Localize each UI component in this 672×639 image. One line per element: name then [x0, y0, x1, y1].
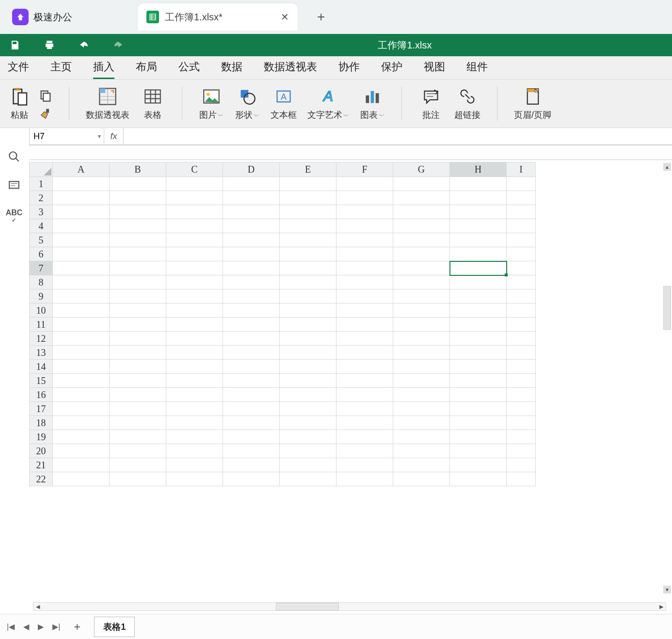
cell-E16[interactable]: [280, 388, 336, 402]
cell-E17[interactable]: [280, 402, 336, 416]
cell-I8[interactable]: [507, 275, 536, 289]
cell-I16[interactable]: [507, 388, 536, 402]
cell-G14[interactable]: [393, 360, 450, 374]
cell-C12[interactable]: [166, 332, 223, 346]
cell-G22[interactable]: [393, 472, 450, 486]
cell-G3[interactable]: [393, 205, 450, 219]
cell-I18[interactable]: [507, 416, 536, 430]
row-header-5[interactable]: 5: [30, 233, 53, 247]
row-header-10[interactable]: 10: [30, 304, 53, 318]
menu-数据[interactable]: 数据: [221, 60, 242, 79]
cell-G12[interactable]: [393, 332, 450, 346]
cell-A13[interactable]: [53, 346, 110, 360]
cell-I4[interactable]: [507, 219, 536, 233]
cell-I3[interactable]: [507, 205, 536, 219]
cell-H1[interactable]: [450, 177, 507, 191]
cell-G7[interactable]: [393, 261, 450, 275]
cell-B19[interactable]: [110, 430, 166, 444]
spreadsheet-grid[interactable]: ABCDEFGHI1234567891011121314151617181920…: [29, 162, 667, 603]
cell-D1[interactable]: [223, 177, 280, 191]
cell-G4[interactable]: [393, 219, 450, 233]
cell-G17[interactable]: [393, 402, 450, 416]
image-button[interactable]: 图片﹀: [199, 87, 224, 121]
textbox-button[interactable]: A 文本框: [271, 87, 297, 121]
cell-D5[interactable]: [223, 233, 280, 247]
cell-B6[interactable]: [110, 247, 166, 261]
cell-C15[interactable]: [166, 374, 223, 388]
cell-D10[interactable]: [223, 304, 280, 318]
row-header-7[interactable]: 7: [30, 261, 53, 275]
cell-E18[interactable]: [280, 416, 336, 430]
copy-button[interactable]: [39, 89, 52, 102]
row-header-15[interactable]: 15: [30, 374, 53, 388]
last-sheet-button[interactable]: ▶|: [52, 622, 60, 631]
cell-G8[interactable]: [393, 275, 450, 289]
column-header-C[interactable]: C: [166, 162, 223, 177]
cell-F18[interactable]: [336, 416, 393, 430]
cell-B18[interactable]: [110, 416, 166, 430]
cell-H11[interactable]: [450, 318, 507, 332]
row-header-13[interactable]: 13: [30, 346, 53, 360]
undo-button[interactable]: [78, 39, 90, 51]
cell-A8[interactable]: [53, 275, 110, 289]
column-header-F[interactable]: F: [336, 162, 393, 177]
horizontal-scrollbar[interactable]: ◀ ▶: [33, 602, 666, 611]
cell-F2[interactable]: [336, 191, 393, 205]
cell-B17[interactable]: [110, 402, 166, 416]
cell-D16[interactable]: [223, 388, 280, 402]
scroll-up-button[interactable]: ▲: [663, 163, 671, 171]
row-header-19[interactable]: 19: [30, 430, 53, 444]
vertical-scrollbar[interactable]: [663, 286, 671, 330]
row-header-12[interactable]: 12: [30, 332, 53, 346]
cell-E22[interactable]: [280, 472, 336, 486]
cell-G18[interactable]: [393, 416, 450, 430]
scroll-left-button[interactable]: ◀: [33, 604, 42, 610]
cell-H2[interactable]: [450, 191, 507, 205]
cell-F3[interactable]: [336, 205, 393, 219]
row-header-14[interactable]: 14: [30, 360, 53, 374]
menu-主页[interactable]: 主页: [50, 60, 72, 79]
cell-B1[interactable]: [110, 177, 166, 191]
cell-E15[interactable]: [280, 374, 336, 388]
cell-D7[interactable]: [223, 261, 280, 275]
cell-H20[interactable]: [450, 444, 507, 458]
cell-A11[interactable]: [53, 318, 110, 332]
chart-button[interactable]: 图表﹀: [360, 87, 385, 121]
header-footer-button[interactable]: 页眉/页脚: [514, 87, 551, 121]
comment-button[interactable]: 批注: [418, 87, 444, 121]
cell-F9[interactable]: [336, 289, 393, 304]
cell-A17[interactable]: [53, 402, 110, 416]
menu-数据透视表[interactable]: 数据透视表: [264, 60, 317, 79]
cell-A14[interactable]: [53, 360, 110, 374]
row-header-16[interactable]: 16: [30, 388, 53, 402]
cell-F14[interactable]: [336, 360, 393, 374]
table-button[interactable]: 表格: [140, 87, 165, 121]
cell-H8[interactable]: [450, 275, 507, 289]
cell-E3[interactable]: [280, 205, 336, 219]
cell-E14[interactable]: [280, 360, 336, 374]
cell-H7[interactable]: [450, 261, 507, 275]
cell-E5[interactable]: [280, 233, 336, 247]
cell-H5[interactable]: [450, 233, 507, 247]
cell-I19[interactable]: [507, 430, 536, 444]
cell-I1[interactable]: [507, 177, 536, 191]
cell-B21[interactable]: [110, 458, 166, 472]
row-header-9[interactable]: 9: [30, 289, 53, 304]
cell-B16[interactable]: [110, 388, 166, 402]
save-button[interactable]: [9, 39, 21, 51]
pivot-table-button[interactable]: 数据透视表: [86, 87, 129, 121]
cell-I13[interactable]: [507, 346, 536, 360]
cell-D20[interactable]: [223, 444, 280, 458]
cell-G10[interactable]: [393, 304, 450, 318]
cell-G5[interactable]: [393, 233, 450, 247]
cell-I21[interactable]: [507, 458, 536, 472]
row-header-20[interactable]: 20: [30, 444, 53, 458]
cell-B8[interactable]: [110, 275, 166, 289]
cell-E10[interactable]: [280, 304, 336, 318]
cell-I7[interactable]: [507, 261, 536, 275]
cell-D13[interactable]: [223, 346, 280, 360]
shape-button[interactable]: 形状﹀: [235, 87, 260, 121]
row-header-3[interactable]: 3: [30, 205, 53, 219]
hyperlink-button[interactable]: 超链接: [454, 87, 480, 121]
cell-B13[interactable]: [110, 346, 166, 360]
